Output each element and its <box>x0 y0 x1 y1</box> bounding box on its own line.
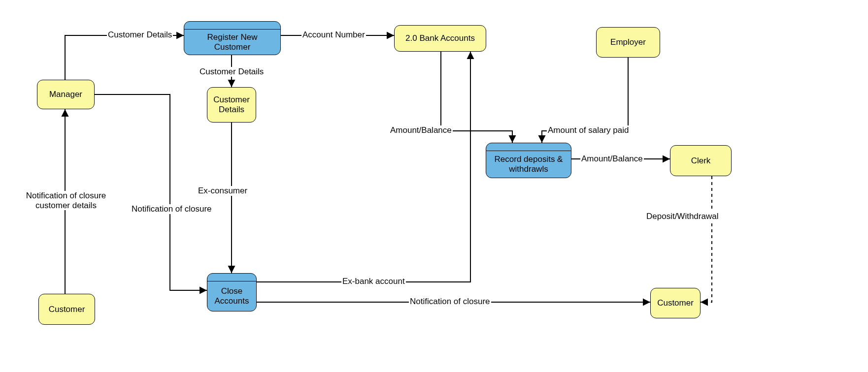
node-close-accounts: Close Accounts <box>207 273 257 311</box>
process-titlebar <box>486 143 571 151</box>
node-label: Clerk <box>691 156 711 166</box>
edge-label-register-to-bank: Account Number <box>301 30 366 40</box>
node-label: Customer <box>49 305 85 314</box>
edge-label-mgr-to-register: Customer Details <box>107 30 173 40</box>
node-label: Record deposits & withdrawls <box>495 155 563 174</box>
edge-label-mgr-to-close: Notification of closure <box>131 204 213 214</box>
node-label: Close Accounts <box>215 286 249 306</box>
edge-label-details-to-close: Ex-consumer <box>197 186 248 196</box>
process-titlebar <box>184 22 280 30</box>
node-label: Employer <box>610 37 646 47</box>
node-register-customer: Register New Customer <box>184 21 281 55</box>
process-titlebar <box>207 274 256 281</box>
node-label: Register New Customer <box>188 32 276 52</box>
node-customer-left: Customer <box>38 294 95 325</box>
node-employer: Employer <box>596 27 660 58</box>
node-record-deposits: Record deposits & withdrawls <box>486 143 571 178</box>
edge-label-register-to-details: Customer Details <box>199 67 265 77</box>
node-clerk: Clerk <box>670 145 732 176</box>
node-manager: Manager <box>37 80 95 109</box>
diagram-canvas: Customer Manager Register New Customer C… <box>0 0 868 372</box>
edge-label-close-to-customer: Notification of closure <box>409 297 491 307</box>
node-label: 2.0 Bank Accounts <box>405 33 475 43</box>
node-customer-details: Customer Details <box>207 87 256 123</box>
edge-label-record-to-clerk: Amount/Balance <box>580 154 644 164</box>
node-label: Manager <box>49 90 82 99</box>
edge-label-employer-to-record: Amount of salary paid <box>547 125 630 135</box>
node-label: Customer <box>657 298 694 308</box>
edge-label-close-to-bank: Ex-bank account <box>341 277 406 286</box>
edge-label-clerk-to-customer: Deposit/Withdrawal <box>645 212 719 221</box>
edge-label-bank-to-record: Amount/Balance <box>389 125 453 135</box>
node-bank-accounts: 2.0 Bank Accounts <box>394 25 486 52</box>
edges-layer <box>0 0 868 372</box>
node-label: Customer Details <box>213 95 250 114</box>
edge-label-cust-to-mgr: Notification of closure customer details <box>21 191 111 210</box>
node-customer-right: Customer <box>650 288 701 318</box>
